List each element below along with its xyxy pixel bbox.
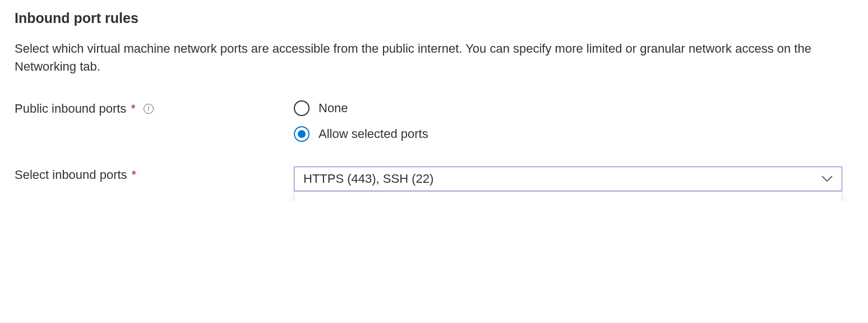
radio-label: Allow selected ports xyxy=(318,127,428,141)
label-text: Public inbound ports xyxy=(15,101,126,116)
required-indicator: * xyxy=(132,168,137,182)
public-ports-radio-group: None Allow selected ports xyxy=(294,100,842,142)
dropdown-selected-text: HTTPS (443), SSH (22) xyxy=(303,172,433,186)
dropdown-panel: HTTP (80) HTTPS (443) xyxy=(294,191,842,201)
radio-circle-icon xyxy=(294,100,310,116)
radio-none[interactable]: None xyxy=(294,100,842,116)
radio-circle-icon xyxy=(294,126,310,142)
select-inbound-ports-label: Select inbound ports * xyxy=(15,167,294,182)
public-inbound-ports-row: Public inbound ports * i None Allow sele… xyxy=(15,100,853,142)
section-title: Inbound port rules xyxy=(15,10,853,26)
option-http[interactable]: HTTP (80) xyxy=(294,196,842,201)
label-text: Select inbound ports xyxy=(15,168,127,182)
public-inbound-ports-label: Public inbound ports * i xyxy=(15,100,294,116)
section-description: Select which virtual machine network por… xyxy=(15,40,822,76)
info-icon[interactable]: i xyxy=(144,104,154,114)
select-inbound-ports-row: Select inbound ports * HTTPS (443), SSH … xyxy=(15,167,853,191)
dropdown-container: HTTPS (443), SSH (22) HTTP (80) HTTP xyxy=(294,167,842,191)
chevron-down-icon xyxy=(821,176,833,182)
radio-label: None xyxy=(318,101,348,116)
inbound-ports-dropdown[interactable]: HTTPS (443), SSH (22) xyxy=(294,167,842,191)
radio-group-container: None Allow selected ports xyxy=(294,100,842,142)
required-indicator: * xyxy=(131,101,136,116)
radio-dot-icon xyxy=(298,130,306,138)
radio-allow-selected[interactable]: Allow selected ports xyxy=(294,126,842,142)
